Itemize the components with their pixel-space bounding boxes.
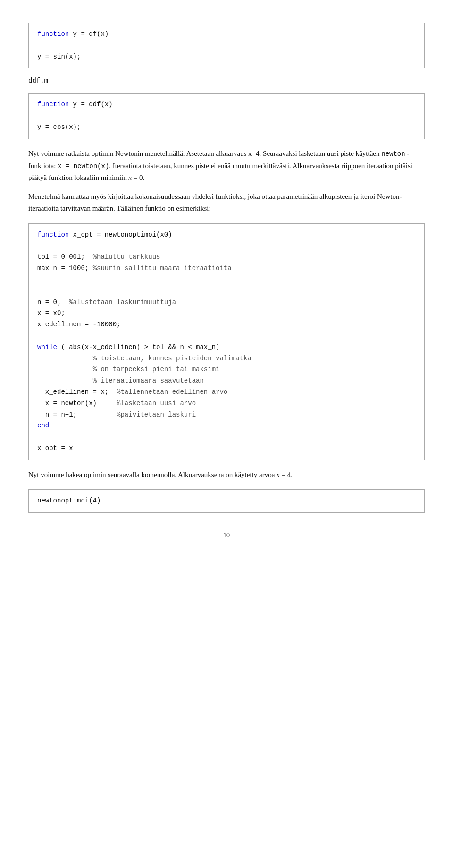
code-block-ddf: function y = ddf(x) y = cos(x);	[28, 93, 425, 139]
code-block-newtonoptimoi: function x_opt = newtonoptimoi(x0) tol =…	[28, 223, 425, 460]
paragraph-1: Nyt voimme ratkaista optimin Newtonin me…	[28, 148, 425, 184]
code-block-call: newtonoptimoi(4)	[28, 489, 425, 513]
code-block-df: function y = df(x) y = sin(x);	[28, 23, 425, 68]
page-number: 10	[28, 532, 425, 539]
ddf-label: ddf.m:	[28, 77, 425, 85]
keyword-function-3: function	[37, 231, 69, 238]
keyword-function-1: function	[37, 30, 69, 38]
paragraph-2: Menetelmä kannattaa myös kirjoittaa koko…	[28, 191, 425, 215]
keyword-function-2: function	[37, 101, 69, 108]
paragraph-3: Nyt voimme hakea optimin seuraavalla kom…	[28, 469, 425, 481]
